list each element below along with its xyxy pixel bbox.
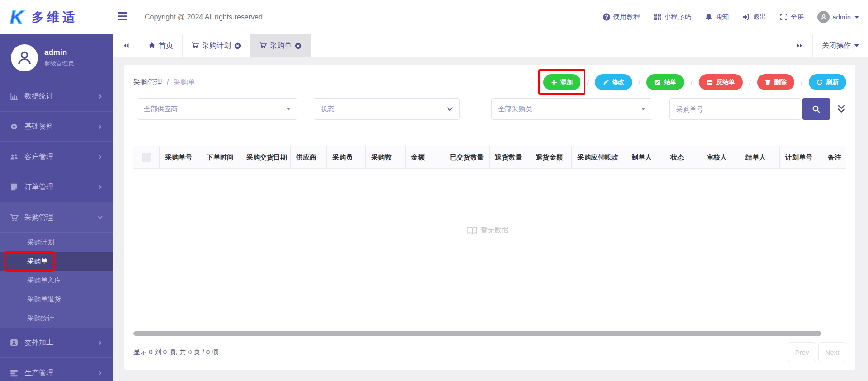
logo-text: 多维适: [32, 9, 78, 25]
close-operations-dropdown[interactable]: 关闭操作: [813, 34, 868, 57]
column-header[interactable]: 下单时间: [201, 146, 241, 168]
double-left-icon: [123, 42, 130, 49]
nav-logout[interactable]: 退出: [742, 13, 766, 21]
cart-icon: [192, 42, 199, 49]
add-button[interactable]: 添加: [543, 74, 580, 90]
prev-page-button[interactable]: Prev: [788, 342, 816, 362]
filters-expand-toggle[interactable]: [836, 104, 846, 114]
chevron-right-icon: [97, 184, 103, 190]
caret-down-icon: [641, 108, 646, 110]
column-header[interactable]: 备注: [822, 146, 846, 168]
top-header: K 多维适 Copyright @ 2024 All rights reserv…: [0, 0, 868, 34]
sidebar-item-production[interactable]: 生产管理: [0, 358, 113, 381]
nav-fullscreen[interactable]: 全屏: [780, 13, 804, 21]
sidebar-item-customers[interactable]: 客户管理: [0, 142, 113, 172]
breadcrumb-parent[interactable]: 采购管理: [133, 78, 162, 87]
sidebar-item-orders[interactable]: 订单管理: [0, 172, 113, 202]
column-header[interactable]: 采购员: [327, 146, 366, 168]
orders-icon: [10, 183, 19, 191]
column-header[interactable]: 采购数: [366, 146, 406, 168]
sidebar-group-purchase: 采购管理 采购计划 采购单 采购单入库 采购单退货 采购统计: [0, 202, 113, 328]
column-header[interactable]: 采购交货日期: [241, 146, 291, 168]
column-header[interactable]: 制单人: [626, 146, 665, 168]
app-logo[interactable]: K 多维适: [0, 0, 113, 34]
logo-k-icon: K: [9, 7, 29, 27]
breadcrumb-current: 采购单: [173, 78, 195, 87]
next-page-button[interactable]: Next: [818, 342, 846, 362]
content-card: 采购管理 / 采购单 添加 / 修改 /: [124, 65, 855, 370]
sidebar-subitem-purchase-plan[interactable]: 采购计划: [0, 233, 113, 252]
sidebar-subitem-purchase-inbound[interactable]: 采购单入库: [0, 271, 113, 290]
pagination-row: 显示 0 到 0 项, 共 0 页 / 0 项 Prev Next: [133, 342, 846, 362]
main-area: 首页 采购计划 采购单 关闭操作 采购管理 /: [113, 34, 868, 381]
reopen-order-button[interactable]: 反结单: [699, 74, 743, 90]
sidebar-item-data-stats[interactable]: 数据统计: [0, 81, 113, 112]
scrollbar-thumb[interactable]: [133, 331, 821, 336]
bar-chart-icon: [10, 92, 19, 101]
nav-mini-program-qr[interactable]: 小程序码: [654, 13, 691, 21]
sidebar-subitem-purchase-stats[interactable]: 采购统计: [0, 309, 113, 328]
chevron-right-icon: [97, 124, 103, 130]
logout-icon: [742, 13, 750, 21]
gear-icon: [10, 122, 19, 131]
hamburger-menu-icon[interactable]: [118, 12, 127, 22]
column-header[interactable]: 供应商: [291, 146, 327, 168]
header-nav: ? 使用教程 小程序码 通知 退出 全屏 admin: [603, 11, 868, 23]
edit-button[interactable]: 修改: [595, 74, 632, 90]
buyer-select[interactable]: 全部采购员: [491, 98, 653, 120]
trash-icon: [765, 79, 771, 85]
check-square-icon: [654, 79, 660, 85]
column-header[interactable]: 结单人: [740, 146, 780, 168]
sidebar-subitem-purchase-order[interactable]: 采购单: [0, 252, 113, 271]
breadcrumb: 采购管理 / 采购单: [133, 78, 195, 87]
search-button[interactable]: [802, 98, 830, 120]
column-header[interactable]: 退货金额: [530, 146, 572, 168]
tabs-scroll-right-button[interactable]: [787, 34, 813, 57]
fullscreen-icon: [780, 13, 788, 21]
sidebar-item-purchase[interactable]: 采购管理: [0, 202, 113, 233]
home-icon: [148, 42, 156, 49]
minus-square-icon: [707, 79, 713, 85]
tab-purchase-plan[interactable]: 采购计划: [183, 34, 250, 57]
search-icon: [812, 105, 821, 113]
filter-row: 全部供应商 状态 全部采购员: [133, 98, 846, 120]
copyright-text: Copyright @ 2024 All rights reserved: [145, 13, 263, 21]
delete-button[interactable]: 删除: [757, 74, 794, 90]
chevron-down-icon: [854, 44, 859, 47]
tab-purchase-order[interactable]: 采购单: [250, 34, 311, 57]
cart-icon: [10, 213, 19, 222]
sidebar-subitem-purchase-return[interactable]: 采购单退货: [0, 290, 113, 309]
qr-code-icon: [654, 13, 661, 21]
column-header[interactable]: 审核人: [701, 146, 740, 168]
tabs-scroll-left-button[interactable]: [113, 34, 139, 57]
column-header[interactable]: 计划单号: [780, 146, 822, 168]
chevron-right-icon: [97, 340, 103, 346]
profile-role: 超级管理员: [44, 59, 74, 67]
select-all-checkbox[interactable]: [142, 153, 151, 162]
tab-home[interactable]: 首页: [139, 34, 183, 57]
sidebar-item-base-data[interactable]: 基础资料: [0, 112, 113, 142]
bell-icon: [705, 13, 712, 21]
person-icon: [820, 14, 827, 21]
column-header[interactable]: 采购单号: [160, 146, 201, 168]
refresh-button[interactable]: 刷新: [809, 74, 846, 90]
column-header[interactable]: 退货数量: [490, 146, 530, 168]
cart-icon: [259, 42, 267, 49]
order-number-input[interactable]: [669, 98, 801, 120]
chevron-right-icon: [97, 370, 103, 376]
close-icon[interactable]: [295, 42, 302, 49]
close-icon[interactable]: [234, 42, 241, 49]
status-select[interactable]: 状态: [314, 98, 460, 120]
action-buttons: 添加 / 修改 / 结单 / 反结单 /: [543, 74, 846, 90]
close-order-button[interactable]: 结单: [646, 74, 684, 90]
column-header[interactable]: 金额: [406, 146, 444, 168]
nav-tutorial[interactable]: ? 使用教程: [603, 13, 640, 21]
nav-notifications[interactable]: 通知: [705, 13, 729, 21]
column-header[interactable]: 采购应付帐款: [572, 146, 626, 168]
column-header[interactable]: 状态: [665, 146, 701, 168]
supplier-select[interactable]: 全部供应商: [137, 98, 297, 120]
user-menu[interactable]: admin: [817, 11, 859, 23]
column-header[interactable]: 已交货数量: [444, 146, 490, 168]
tab-bar: 首页 采购计划 采购单 关闭操作: [113, 34, 868, 57]
sidebar-item-outsourcing[interactable]: 委外加工: [0, 328, 113, 358]
